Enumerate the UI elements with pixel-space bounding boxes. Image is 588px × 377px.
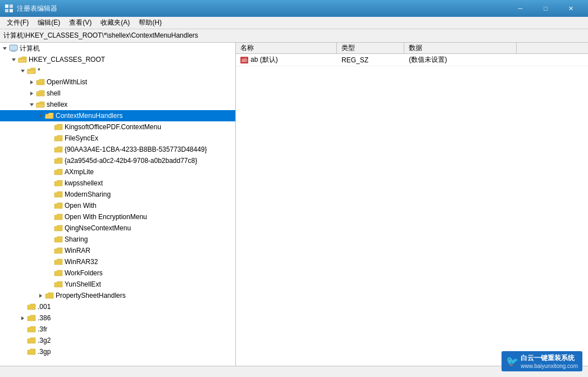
- tree-item-winrar32[interactable]: WinRAR32: [0, 256, 235, 267]
- tree-expander[interactable]: [45, 166, 54, 178]
- tree-expander[interactable]: [18, 346, 27, 357]
- tree-expander[interactable]: [45, 155, 54, 166]
- tree-expander[interactable]: [45, 234, 54, 245]
- tree-item-kwpsshellext[interactable]: kwpsshellext: [0, 178, 235, 189]
- svg-marker-10: [30, 92, 33, 96]
- menu-item-文件(F)[interactable]: 文件(F): [2, 17, 33, 29]
- detail-col-header-0[interactable]: 名称: [236, 43, 337, 53]
- tree-expander[interactable]: [45, 267, 54, 279]
- tree-expander[interactable]: [18, 324, 27, 335]
- folder-icon: [54, 146, 63, 153]
- close-button[interactable]: ✕: [558, 0, 584, 17]
- tree-item-label: .3g2: [38, 337, 51, 344]
- detail-col-header-2[interactable]: 数据: [404, 43, 517, 53]
- tree-item-3fr[interactable]: .3fr: [0, 324, 235, 335]
- tree-expander[interactable]: [18, 335, 27, 346]
- tree-item-openwith[interactable]: Open With: [0, 200, 235, 211]
- tree-item-openwithenc[interactable]: Open With EncryptionMenu: [0, 211, 235, 222]
- tree-item-propertysheethandlers[interactable]: PropertySheetHandlers: [0, 290, 235, 301]
- minimize-button[interactable]: ─: [508, 0, 533, 17]
- tree-item-shell[interactable]: shell: [0, 88, 235, 99]
- folder-icon: [27, 303, 36, 311]
- tree-expander[interactable]: [45, 222, 54, 234]
- tree-item-workfolders[interactable]: WorkFolders: [0, 267, 235, 279]
- watermark-line1: 白云一键重装系统: [521, 353, 578, 363]
- tree-expander[interactable]: [36, 110, 45, 121]
- folder-icon: [54, 224, 63, 232]
- tree-expander[interactable]: [0, 43, 9, 54]
- tree-item-shellex[interactable]: shellex: [0, 99, 235, 110]
- tree-item-label: QingNseContextMenu: [65, 224, 131, 232]
- tree-item-3g2[interactable]: .3g2: [0, 335, 235, 346]
- svg-marker-8: [21, 70, 25, 72]
- tree-expander[interactable]: [9, 54, 18, 65]
- tree-item-openwithlist[interactable]: OpenWithList: [0, 76, 235, 88]
- tree-expander[interactable]: [18, 301, 27, 312]
- entry-name: ab (默认): [250, 56, 278, 63]
- status-bar: [0, 366, 588, 377]
- tree-expander[interactable]: [45, 279, 54, 290]
- svg-marker-9: [30, 80, 33, 84]
- tree-expander[interactable]: [27, 99, 36, 110]
- tree-expander[interactable]: [45, 133, 54, 144]
- tree-item-label: FileSyncEx: [65, 134, 98, 142]
- tree-item-modernsharing[interactable]: ModernSharing: [0, 189, 235, 200]
- tree-item-guid1[interactable]: {90AA3A4E-1CBA-4233-B8BB-535773D48449}: [0, 144, 235, 155]
- maximize-button[interactable]: □: [533, 0, 558, 17]
- tree-expander[interactable]: [27, 88, 36, 99]
- tree-item-label: Open With: [65, 202, 97, 210]
- tree-expander[interactable]: [27, 76, 36, 88]
- folder-icon: [54, 280, 63, 288]
- tree-expander[interactable]: [18, 312, 27, 324]
- folder-icon: [9, 44, 18, 52]
- tree-item-label: .386: [38, 314, 51, 322]
- detail-col-header-1[interactable]: 类型: [337, 43, 404, 53]
- tree-expander[interactable]: [45, 256, 54, 267]
- svg-rect-3: [10, 9, 13, 12]
- tree-expander[interactable]: [45, 189, 54, 200]
- tree-item-filesyncrex[interactable]: FileSyncEx: [0, 133, 235, 144]
- tree-item-386[interactable]: .386: [0, 312, 235, 324]
- tree-item-sharing[interactable]: Sharing: [0, 234, 235, 245]
- tree-item-guid2[interactable]: {a2a9545d-a0c2-42b4-9708-a0b2badd77c8}: [0, 155, 235, 166]
- tree-item-hkey_classes_root[interactable]: HKEY_CLASSES_ROOT: [0, 54, 235, 65]
- tree-item-yunshellext[interactable]: YunShellExt: [0, 279, 235, 290]
- folder-icon: [54, 247, 63, 255]
- folder-icon: [54, 123, 63, 131]
- tree-item-axmplite[interactable]: AXmpLite: [0, 166, 235, 178]
- tree-item-star[interactable]: *: [0, 65, 235, 76]
- detail-cell-data: (数值未设置): [404, 54, 588, 66]
- tree-expander[interactable]: [45, 200, 54, 211]
- menu-item-编辑(E)[interactable]: 编辑(E): [33, 17, 65, 29]
- tree-item-label: WinRAR: [65, 247, 90, 255]
- tree-expander[interactable]: [45, 144, 54, 155]
- svg-marker-14: [21, 316, 24, 320]
- tree-item-contextmenuhandlers[interactable]: ContextMenuHandlers: [0, 110, 235, 121]
- folder-icon: [54, 168, 63, 176]
- menu-item-帮助(H)[interactable]: 帮助(H): [134, 17, 166, 29]
- tree-item-computer[interactable]: 计算机: [0, 43, 235, 54]
- folder-icon: [27, 325, 36, 333]
- tree-item-kingsoft[interactable]: KingsoftOfficePDF.ContextMenu: [0, 121, 235, 133]
- tree-item-3gp[interactable]: .3gp: [0, 346, 235, 357]
- svg-marker-4: [3, 47, 7, 50]
- address-bar: 计算机\HKEY_CLASSES_ROOT\*\shellex\ContextM…: [0, 29, 588, 43]
- app-icon: [4, 4, 13, 13]
- tree-item-qingnse[interactable]: QingNseContextMenu: [0, 222, 235, 234]
- tree-pane[interactable]: 计算机 HKEY_CLASSES_ROOT * OpenWithList she…: [0, 43, 236, 366]
- tree-expander[interactable]: [45, 178, 54, 189]
- tree-item-001[interactable]: .001: [0, 301, 235, 312]
- menu-item-收藏夹(A)[interactable]: 收藏夹(A): [96, 17, 134, 29]
- tree-item-label: 计算机: [20, 44, 40, 53]
- tree-expander[interactable]: [18, 65, 27, 76]
- folder-icon: [54, 258, 63, 266]
- detail-pane: 名称类型数据 abab (默认)REG_SZ(数值未设置): [236, 43, 588, 366]
- tree-expander[interactable]: [36, 290, 45, 301]
- tree-expander[interactable]: [45, 245, 54, 256]
- tree-item-winrar[interactable]: WinRAR: [0, 245, 235, 256]
- tree-expander[interactable]: [45, 121, 54, 133]
- tree-expander[interactable]: [45, 211, 54, 222]
- tree-item-label: ContextMenuHandlers: [56, 112, 122, 120]
- menu-item-查看(V)[interactable]: 查看(V): [65, 17, 96, 29]
- detail-row[interactable]: abab (默认)REG_SZ(数值未设置): [236, 54, 588, 66]
